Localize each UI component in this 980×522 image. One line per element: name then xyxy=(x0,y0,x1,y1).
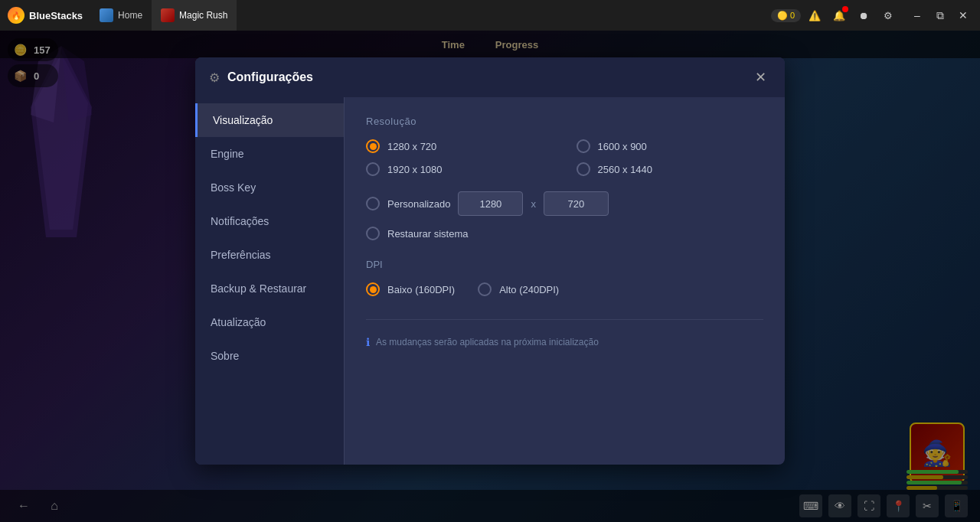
info-icon: ℹ xyxy=(366,336,370,348)
nav-label-backup: Backup & Restaurar xyxy=(211,282,306,295)
coin-icon: 🟡 xyxy=(777,11,788,21)
restore-row: Restaurar sistema xyxy=(366,227,763,240)
gear-icon: ⚙ xyxy=(209,70,220,85)
taskbar: 🔥 BlueStacks Home Magic Rush 🟡 0 ⚠️ 🔔 ⏺ … xyxy=(0,0,980,31)
radio-1920x1080-circle xyxy=(366,162,380,176)
resolution-2560x1440[interactable]: 2560 x 1440 xyxy=(577,162,764,176)
record-btn[interactable]: ⏺ xyxy=(853,5,874,26)
home-tab-label: Home xyxy=(118,10,142,21)
nav-label-visualizacao: Visualização xyxy=(213,114,273,126)
nav-item-notificacoes[interactable]: Notificações xyxy=(195,204,344,238)
radio-dpi-high-label: Alto (240DPI) xyxy=(499,284,559,295)
nav-item-preferencias[interactable]: Preferências xyxy=(195,238,344,272)
app-logo: 🔥 BlueStacks xyxy=(0,7,90,24)
settings-sidebar: Visualização Engine Boss Key Notificaçõe… xyxy=(195,97,345,465)
footer-text: As mudanças serão aplicadas na próxima i… xyxy=(376,335,599,349)
radio-1600x900-label: 1600 x 900 xyxy=(598,141,647,152)
resolution-1920x1080[interactable]: 1920 x 1080 xyxy=(366,162,554,176)
restore-label: Restaurar sistema xyxy=(387,228,468,240)
radio-restore-circle[interactable] xyxy=(366,227,380,240)
radio-custom-circle[interactable] xyxy=(366,197,380,210)
tab-home[interactable]: Home xyxy=(90,0,152,31)
radio-2560x1440-label: 2560 x 1440 xyxy=(598,164,653,175)
radio-1280x720-circle xyxy=(366,139,380,153)
nav-label-notificacoes: Notificações xyxy=(211,215,269,227)
settings-close-button[interactable]: ✕ xyxy=(750,67,771,88)
radio-1920x1080-label: 1920 x 1080 xyxy=(387,164,443,175)
app-name: BlueStacks xyxy=(29,10,83,21)
resolution-1280x720[interactable]: 1280 x 720 xyxy=(366,139,554,153)
notification-dot xyxy=(842,6,848,12)
modal-overlay: ⚙ Configurações ✕ Visualização Engine Bo… xyxy=(0,31,980,522)
nav-label-boss-key: Boss Key xyxy=(211,181,256,194)
game-tab-icon xyxy=(161,8,175,22)
radio-1600x900-circle xyxy=(577,139,590,153)
logo-icon: 🔥 xyxy=(8,7,24,24)
resolution-section-label: Resolução xyxy=(366,116,763,127)
coin-badge: 🟡 0 xyxy=(771,9,801,22)
resolution-options: 1280 x 720 1600 x 900 1920 x 1080 xyxy=(366,139,763,176)
nav-item-sobre[interactable]: Sobre xyxy=(195,339,344,373)
footer-note: ℹ As mudanças serão aplicadas na próxima… xyxy=(366,319,763,349)
custom-resolution-row: Personalizado x xyxy=(366,191,763,216)
nav-label-atualizacao: Atualização xyxy=(211,316,266,328)
nav-label-sobre: Sobre xyxy=(211,350,239,362)
nav-item-backup[interactable]: Backup & Restaurar xyxy=(195,272,344,305)
dpi-low[interactable]: Baixo (160DPI) xyxy=(366,282,455,296)
custom-label: Personalizado xyxy=(387,198,450,210)
window-controls: – ⧉ ✕ xyxy=(906,5,974,26)
coin-value: 0 xyxy=(790,11,795,20)
nav-item-boss-key[interactable]: Boss Key xyxy=(195,171,344,204)
settings-btn[interactable]: ⚙ xyxy=(877,5,899,26)
radio-1280x720-label: 1280 x 720 xyxy=(387,141,436,152)
home-tab-icon xyxy=(100,8,113,22)
settings-header: ⚙ Configurações ✕ xyxy=(195,57,785,97)
settings-content: Resolução 1280 x 720 1600 x 900 xyxy=(345,97,785,465)
notification-btn[interactable]: ⚠️ xyxy=(804,5,825,26)
taskbar-right: 🟡 0 ⚠️ 🔔 ⏺ ⚙ – ⧉ ✕ xyxy=(771,5,980,26)
radio-dpi-high-circle xyxy=(478,282,492,296)
alert-btn[interactable]: 🔔 xyxy=(828,5,850,26)
custom-x-label: x xyxy=(531,198,536,210)
custom-width-input[interactable] xyxy=(458,191,523,216)
maximize-btn[interactable]: ⧉ xyxy=(929,5,951,26)
custom-height-input[interactable] xyxy=(544,191,609,216)
tab-magic-rush[interactable]: Magic Rush xyxy=(152,0,237,31)
settings-title: Configurações xyxy=(227,70,313,84)
dpi-high[interactable]: Alto (240DPI) xyxy=(478,282,559,296)
nav-label-engine: Engine xyxy=(211,148,244,160)
nav-item-engine[interactable]: Engine xyxy=(195,137,344,171)
settings-body: Visualização Engine Boss Key Notificaçõe… xyxy=(195,97,785,465)
dpi-options: Baixo (160DPI) Alto (240DPI) xyxy=(366,282,763,296)
minimize-btn[interactable]: – xyxy=(906,5,928,26)
game-ui: Time Progress 🪙 157 📦 0 🧙 xyxy=(0,31,980,522)
radio-dpi-low-circle xyxy=(366,282,380,296)
nav-label-preferencias: Preferências xyxy=(211,249,271,261)
nav-item-atualizacao[interactable]: Atualização xyxy=(195,305,344,339)
nav-item-visualizacao[interactable]: Visualização xyxy=(195,103,344,137)
settings-dialog: ⚙ Configurações ✕ Visualização Engine Bo… xyxy=(195,57,785,465)
game-tab-label: Magic Rush xyxy=(179,10,227,21)
radio-2560x1440-circle xyxy=(577,162,590,176)
close-btn[interactable]: ✕ xyxy=(952,5,974,26)
resolution-1600x900[interactable]: 1600 x 900 xyxy=(577,139,764,153)
radio-dpi-low-label: Baixo (160DPI) xyxy=(387,284,455,295)
dpi-section-label: DPI xyxy=(366,259,763,270)
